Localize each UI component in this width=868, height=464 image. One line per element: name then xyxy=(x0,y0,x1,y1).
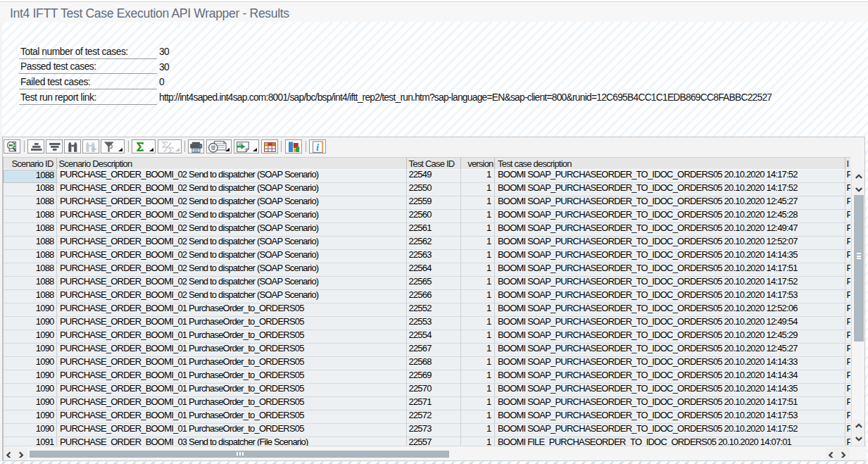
svg-text:i: i xyxy=(315,142,318,153)
